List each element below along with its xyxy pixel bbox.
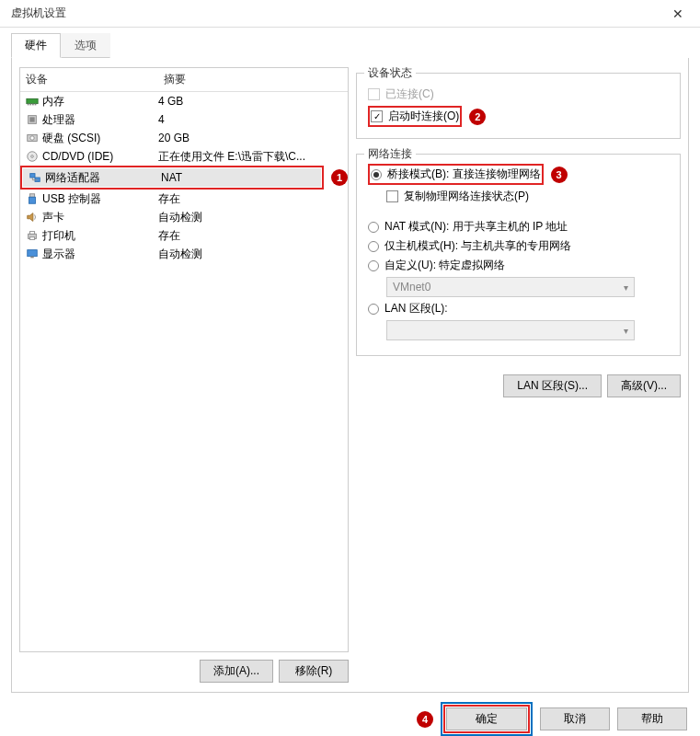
svg-point-8	[30, 136, 34, 140]
ok-button[interactable]: 确定	[446, 707, 527, 730]
checkbox-icon: ✓	[371, 110, 383, 122]
network-icon	[27, 170, 43, 185]
col-summary: 摘要	[158, 68, 348, 91]
device-label: 打印机	[40, 228, 158, 244]
radio-label: LAN 区段(L):	[384, 301, 448, 316]
device-summary: 自动检测	[158, 210, 348, 225]
radio-label: 桥接模式(B): 直接连接物理网络	[387, 167, 541, 182]
device-label: 硬盘 (SCSI)	[40, 131, 158, 146]
help-button[interactable]: 帮助	[617, 707, 687, 730]
add-button[interactable]: 添加(A)...	[200, 660, 273, 683]
radio-nat[interactable]: NAT 模式(N): 用于共享主机的 IP 地址	[368, 219, 669, 235]
group-title-network: 网络连接	[364, 146, 416, 162]
lan-segments-button[interactable]: LAN 区段(S)...	[503, 374, 602, 397]
radio-icon	[368, 260, 379, 271]
select-value: VMnet0	[393, 281, 430, 293]
display-icon	[24, 247, 40, 261]
device-row-sound[interactable]: 声卡 自动检测	[20, 208, 348, 226]
sound-icon	[24, 210, 40, 224]
device-summary: 20 GB	[158, 132, 348, 144]
hdd-icon	[24, 131, 40, 145]
radio-icon	[371, 169, 382, 180]
device-summary: 存在	[158, 228, 348, 244]
device-label: 网络适配器	[43, 170, 161, 186]
radio-label: 自定义(U): 特定虚拟网络	[384, 258, 505, 273]
checkbox-connect-poweron[interactable]: ✓ 启动时连接(O)	[371, 109, 459, 124]
right-column: 设备状态 已连接(C) ✓ 启动时连接(O) 2 网络连接	[356, 67, 681, 683]
cpu-icon	[24, 112, 40, 127]
cancel-button[interactable]: 取消	[540, 707, 610, 730]
dialog-buttons: 4 确定 取消 帮助	[0, 693, 700, 736]
device-row-printer[interactable]: 打印机 存在	[20, 226, 348, 245]
device-row-usb[interactable]: USB 控制器 存在	[20, 190, 348, 208]
device-row-memory[interactable]: 内存 4 GB	[20, 92, 348, 110]
annotation-3: 3	[551, 167, 568, 183]
radio-label: 仅主机模式(H): 与主机共享的专用网络	[384, 238, 571, 254]
svg-rect-22	[30, 257, 34, 259]
radio-label: NAT 模式(N): 用于共享主机的 IP 地址	[384, 219, 568, 235]
device-label: 显示器	[40, 247, 158, 262]
svg-rect-1	[28, 104, 29, 106]
group-device-status: 设备状态 已连接(C) ✓ 启动时连接(O) 2	[356, 73, 681, 139]
tab-options[interactable]: 选项	[61, 33, 110, 58]
radio-icon	[368, 304, 379, 315]
network-sub-buttons: LAN 区段(S)... 高级(V)...	[356, 374, 681, 397]
checkbox-replicate[interactable]: 复制物理网络连接状态(P)	[386, 189, 669, 204]
window-title: 虚拟机设置	[11, 6, 66, 21]
device-row-cd[interactable]: CD/DVD (IDE) 正在使用文件 E:\迅雷下载\C...	[20, 147, 348, 166]
device-summary: NAT	[161, 171, 321, 184]
device-list: 设备 摘要 内存 4 GB 处理器 4	[19, 67, 349, 652]
left-column: 设备 摘要 内存 4 GB 处理器 4	[19, 67, 349, 683]
panel-content: 设备 摘要 内存 4 GB 处理器 4	[11, 58, 689, 693]
printer-icon	[24, 228, 40, 243]
annotation-2: 2	[469, 109, 486, 125]
radio-lan[interactable]: LAN 区段(L):	[368, 301, 669, 316]
close-icon[interactable]: ✕	[667, 5, 689, 23]
advanced-button[interactable]: 高级(V)...	[607, 374, 681, 397]
checkbox-label: 启动时连接(O)	[388, 109, 459, 124]
remove-button[interactable]: 移除(R)	[279, 660, 349, 683]
checkbox-label: 已连接(C)	[385, 86, 434, 102]
custom-vmnet-select: VMnet0 ▾	[386, 277, 635, 297]
cd-icon	[24, 149, 40, 164]
device-row-network[interactable]: 网络适配器 NAT	[23, 168, 321, 187]
svg-rect-15	[29, 194, 34, 198]
radio-hostonly[interactable]: 仅主机模式(H): 与主机共享的专用网络	[368, 238, 669, 254]
device-row-cpu[interactable]: 处理器 4	[20, 110, 348, 129]
svg-rect-3	[32, 104, 34, 106]
device-summary: 4	[158, 113, 348, 126]
device-buttons: 添加(A)... 移除(R)	[19, 660, 349, 683]
device-list-header: 设备 摘要	[20, 68, 348, 92]
titlebar: 虚拟机设置 ✕	[0, 0, 700, 28]
svg-marker-17	[28, 213, 33, 222]
chevron-down-icon: ▾	[624, 282, 628, 293]
svg-rect-2	[29, 104, 31, 106]
svg-rect-11	[30, 174, 35, 178]
checkbox-icon	[386, 190, 398, 202]
tab-hardware[interactable]: 硬件	[11, 33, 61, 58]
lan-segment-select: ▾	[386, 320, 635, 340]
svg-rect-6	[29, 117, 34, 121]
annotation-1: 1	[331, 169, 348, 186]
svg-rect-16	[29, 197, 36, 203]
checkbox-label: 复制物理网络连接状态(P)	[404, 189, 529, 204]
usb-icon	[24, 191, 40, 206]
radio-bridged[interactable]: 桥接模式(B): 直接连接物理网络	[371, 167, 541, 182]
group-network-connection: 网络连接 桥接模式(B): 直接连接物理网络 3 复制物理网络连接状态(P) N…	[356, 154, 681, 356]
device-summary: 自动检测	[158, 247, 348, 262]
chevron-down-icon: ▾	[624, 326, 628, 336]
device-row-display[interactable]: 显示器 自动检测	[20, 245, 348, 263]
device-label: 内存	[40, 94, 158, 109]
svg-rect-20	[29, 237, 34, 240]
device-label: 处理器	[40, 112, 158, 128]
device-label: 声卡	[40, 210, 158, 225]
radio-icon	[368, 241, 379, 252]
annotation-4: 4	[417, 711, 433, 728]
svg-rect-19	[29, 232, 34, 235]
checkbox-connected: 已连接(C)	[368, 86, 669, 102]
svg-rect-0	[27, 98, 38, 103]
device-label: CD/DVD (IDE)	[40, 150, 158, 163]
device-row-hdd[interactable]: 硬盘 (SCSI) 20 GB	[20, 129, 348, 147]
svg-point-10	[31, 155, 34, 158]
radio-custom[interactable]: 自定义(U): 特定虚拟网络	[368, 258, 669, 273]
